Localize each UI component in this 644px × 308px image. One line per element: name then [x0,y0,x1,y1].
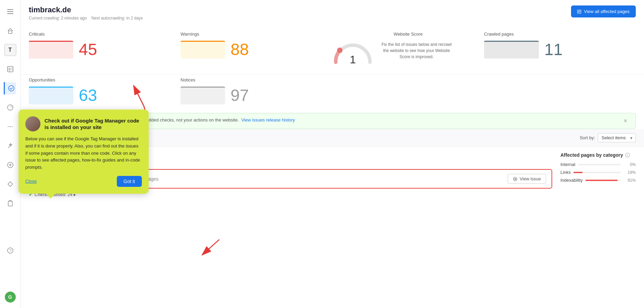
notices-row: 97 [181,86,327,105]
criticals-card: Criticals 45 [29,29,181,69]
affected-title: Affected pages by category i [560,152,636,158]
notices-bar [181,87,225,104]
page-header: timbrack.de Current crawling: 2 minutes … [21,0,644,23]
svg-point-20 [515,178,516,180]
crawled-pages-row: 11 [484,40,630,59]
stats-section: Criticals 45 Warnings 88 Website Score [21,23,644,75]
sidebar-clipboard-icon[interactable] [4,197,16,209]
view-issue-button[interactable]: View issue [508,174,546,184]
sort-select[interactable]: Select items [598,133,636,142]
got-it-button[interactable]: Got it [117,176,142,187]
user-avatar[interactable]: G [5,292,16,303]
affected-categories: Internal 0% Links 19% Indexability [560,162,636,183]
affected-pages-section: Affected pages by category i Internal 0%… [560,152,636,197]
svg-rect-3 [9,31,12,34]
affected-internal-bar-wrap [578,164,621,165]
score-description: Fix the list of issues below and recrawl… [379,41,454,60]
opportunities-row: 63 [29,86,175,105]
warnings-bar [181,41,225,59]
affected-links-bar-wrap [573,172,621,173]
website-score-label: Website Score [332,31,484,37]
score-content: 1 Fix the list of issues below and recra… [332,40,484,66]
view-issue-label: View issue [520,176,541,181]
affected-indexability-bar-wrap [585,180,621,181]
affected-indexability-pct: 91% [623,178,636,183]
affected-indexability: Indexability 91% [560,178,636,183]
sidebar: T ? G [0,0,21,308]
sidebar-menu-icon[interactable] [4,5,16,18]
sort-section: Sort by: Select items [580,133,636,142]
sidebar-magic-icon[interactable] [4,140,16,152]
website-score-card: Website Score 1 Fix the list of issues b… [332,29,484,69]
svg-rect-2 [7,13,13,14]
tooltip-avatar-image [25,116,40,131]
crawled-value: 11 [544,40,562,59]
tooltip-avatar [25,116,40,131]
criticals-label: Criticals [29,31,175,37]
svg-rect-1 [7,11,13,12]
affected-internal-pct: 0% [623,162,636,167]
warnings-value: 88 [231,40,249,59]
svg-rect-0 [7,9,13,10]
view-all-label: View all affected pages [584,9,630,14]
affected-links-pct: 19% [623,170,636,175]
tooltip-close-button[interactable]: Close [25,179,37,184]
svg-rect-14 [8,201,12,206]
svg-text:?: ? [9,248,11,253]
tooltip-title: Check out if Google Tag Manager code is … [45,117,142,131]
svg-text:i: i [627,154,628,157]
sort-wrapper: Select items [598,133,636,142]
sidebar-help-icon[interactable]: ? [4,244,16,257]
affected-internal-label: Internal [560,162,575,167]
svg-marker-13 [8,182,13,187]
affected-links-label: Links [560,170,571,175]
tooltip-actions: Close Got it [25,176,142,187]
gauge-wrapper: 1 [332,40,373,66]
affected-internal: Internal 0% [560,162,636,167]
affected-indexability-bar [585,180,618,181]
sidebar-home-icon[interactable] [4,25,16,37]
criticals-value: 45 [79,40,97,59]
crawled-bar [484,41,539,59]
warnings-label: Warnings [181,31,327,37]
tooltip-popup: Check out if Google Tag Manager code is … [18,110,149,194]
crawled-pages-label: Crawled pages [484,31,630,37]
header-left: timbrack.de Current crawling: 2 minutes … [29,5,143,21]
warnings-row: 88 [181,40,327,59]
banner-link[interactable]: View issues release history [242,117,295,123]
sidebar-add-icon[interactable] [4,159,16,171]
sidebar-audit-icon[interactable] [4,82,16,94]
crawled-spacer [484,75,636,107]
sidebar-table-icon[interactable] [4,63,16,75]
site-domain: timbrack.de [29,5,143,14]
banner-close-button[interactable]: × [623,117,627,125]
svg-point-18 [337,48,343,53]
tooltip-header: Check out if Google Tag Manager code is … [25,116,142,131]
view-all-affected-button[interactable]: View all affected pages [571,5,636,17]
score-spacer [332,75,484,107]
next-crawl: Next autocrawling: in 2 days [91,16,143,21]
criticals-row: 45 [29,40,175,59]
gauge-number: 1 [350,53,356,66]
affected-links-bar [573,172,582,173]
opportunities-card: Opportunities 63 [29,75,181,107]
sidebar-links-icon[interactable] [4,120,16,133]
sidebar-diamond-icon[interactable] [4,178,16,190]
sidebar-T-icon[interactable]: T [4,44,16,56]
warnings-card: Warnings 88 [181,29,332,69]
sidebar-analytics-icon[interactable] [4,101,16,114]
affected-title-text: Affected pages by category [560,152,623,158]
opportunities-bar [29,87,73,104]
criticals-bar [29,41,73,59]
svg-rect-4 [8,66,13,72]
affected-links: Links 19% [560,170,636,175]
info-icon: i [625,153,630,157]
stats-row2: Opportunities 63 Notices 97 [21,75,644,113]
crawling-status: Current crawling: 2 minutes ago [29,16,87,21]
crawled-pages-card: Crawled pages 11 [484,29,636,69]
notices-label: Notices [181,77,327,82]
notices-value: 97 [231,86,249,105]
sort-label: Sort by: [580,135,595,140]
tooltip-body: Below you can see if the Google Tag Mana… [25,136,142,171]
crawl-meta: Current crawling: 2 minutes ago Next aut… [29,16,143,21]
